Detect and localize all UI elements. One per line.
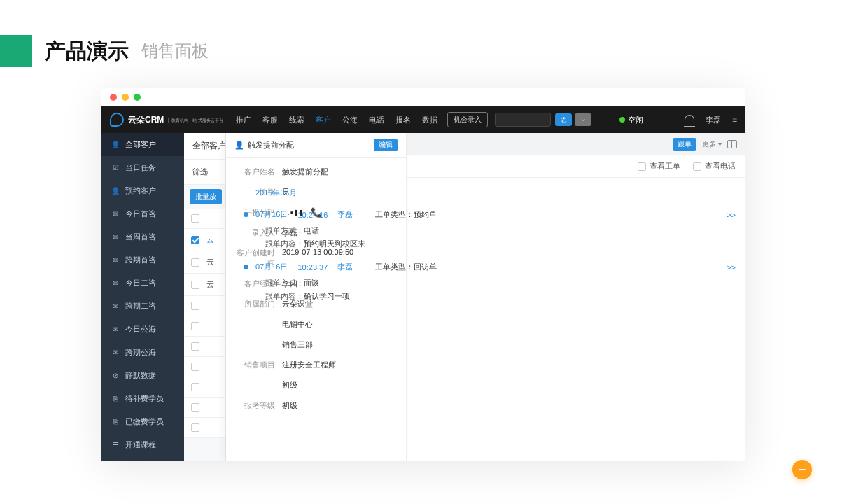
sidebar-item-paid[interactable]: ⎘已缴费学员 bbox=[102, 410, 184, 433]
expand-button[interactable]: >> bbox=[727, 211, 736, 219]
row-checkbox[interactable] bbox=[191, 322, 200, 330]
user-solid-icon: 👤 bbox=[234, 141, 244, 150]
agent-status[interactable]: 空闲 bbox=[620, 115, 643, 125]
mute-icon: ⊘ bbox=[111, 372, 120, 380]
nav-data[interactable]: 数据 bbox=[416, 106, 443, 133]
entry-time: 10:23:37 bbox=[298, 263, 328, 272]
opportunity-entry-button[interactable]: 机会录入 bbox=[447, 112, 488, 127]
batch-button[interactable]: 批量放 bbox=[190, 189, 222, 204]
list-row[interactable] bbox=[184, 337, 225, 357]
field-value: 触发提前分配 bbox=[282, 167, 398, 177]
list-row[interactable]: 云 bbox=[184, 274, 225, 296]
list-row[interactable] bbox=[184, 316, 225, 337]
checkbox-icon bbox=[638, 162, 646, 171]
minimize-window-icon[interactable] bbox=[122, 94, 129, 101]
entry-user: 李磊 bbox=[337, 262, 353, 272]
entry-time: 10:24:16 bbox=[298, 211, 328, 219]
row-checkbox[interactable] bbox=[191, 302, 200, 310]
entry-user: 李磊 bbox=[337, 209, 353, 220]
field-label: 客户姓名 bbox=[234, 167, 282, 177]
hangup-button[interactable]: ⌣ bbox=[575, 113, 592, 126]
timeline-month: 2019年07月 bbox=[243, 185, 736, 205]
timeline-entry-head: 07月16日 10:24:16 李磊 工单类型：预约单 >> bbox=[255, 209, 736, 220]
row-checkbox[interactable] bbox=[191, 363, 200, 371]
sidebar-item-cross-second[interactable]: ✉跨期二咨 bbox=[102, 295, 184, 318]
sidebar-item-today-first[interactable]: ✉今日首咨 bbox=[102, 202, 184, 225]
sidebar-item-label: 当日任务 bbox=[125, 162, 156, 173]
sidebar-item-today-second[interactable]: ✉今日二咨 bbox=[102, 272, 184, 295]
row-checkbox[interactable] bbox=[191, 342, 200, 351]
row-checkbox[interactable] bbox=[191, 383, 200, 391]
hangup-icon: ⌣ bbox=[581, 115, 586, 124]
sidebar-item-courses[interactable]: ☰开通课程 bbox=[102, 433, 184, 456]
row-text: 云 bbox=[206, 279, 214, 290]
edit-button[interactable]: 编辑 bbox=[374, 139, 398, 151]
timeline-entry[interactable]: 07月16日 10:23:37 李磊 工单类型：回访单 >> 跟单方式：面谈 跟… bbox=[243, 258, 736, 310]
mail-icon: ✉ bbox=[111, 233, 120, 241]
view-options: 查看工单 查看电话 bbox=[638, 161, 736, 172]
content-label: 跟单内容： bbox=[265, 239, 304, 248]
sidebar-item-today-pool[interactable]: ✉今日公海 bbox=[102, 318, 184, 341]
list-row[interactable]: 云 bbox=[184, 251, 225, 274]
list-row[interactable] bbox=[184, 377, 225, 398]
row-checkbox[interactable] bbox=[191, 281, 200, 289]
sidebar-item-pending-pay[interactable]: ⎘待补费学员 bbox=[102, 387, 184, 410]
close-window-icon[interactable] bbox=[110, 94, 117, 101]
floating-action-button[interactable]: − bbox=[792, 460, 812, 479]
maximize-window-icon[interactable] bbox=[134, 94, 141, 101]
list-row[interactable]: 云 bbox=[184, 229, 225, 251]
nav-pool[interactable]: 公海 bbox=[337, 106, 363, 133]
call-button[interactable]: ✆ bbox=[555, 113, 572, 126]
list-row[interactable] bbox=[184, 357, 225, 377]
sidebar-item-label: 开通课程 bbox=[125, 440, 156, 450]
sidebar-item-today-tasks[interactable]: ☑当日任务 bbox=[102, 156, 184, 179]
filter-label[interactable]: 筛选 bbox=[192, 167, 208, 176]
view-opt-label: 查看工单 bbox=[650, 161, 680, 172]
more-dropdown[interactable]: 更多 ▾ bbox=[702, 139, 722, 149]
view-calls-checkbox[interactable]: 查看电话 bbox=[693, 161, 736, 172]
mail-icon: ✉ bbox=[111, 279, 120, 288]
accent-block bbox=[0, 35, 32, 67]
sidebar-item-label: 预约客户 bbox=[125, 186, 156, 196]
page-heading: 产品演示 销售面板 bbox=[0, 0, 847, 88]
row-checkbox[interactable] bbox=[191, 236, 200, 244]
list-row[interactable] bbox=[184, 418, 225, 438]
row-checkbox[interactable] bbox=[191, 403, 200, 412]
nav-enroll[interactable]: 报名 bbox=[390, 106, 416, 133]
status-dot-icon bbox=[620, 117, 625, 122]
timeline-entry[interactable]: 07月16日 10:24:16 李磊 工单类型：预约单 >> 跟单方式：电话 跟… bbox=[243, 205, 736, 258]
nav-leads[interactable]: 线索 bbox=[284, 106, 310, 133]
current-user[interactable]: 李磊 bbox=[706, 115, 721, 125]
search-input[interactable] bbox=[495, 113, 551, 127]
method-label: 跟单方式： bbox=[265, 279, 304, 287]
row-checkbox[interactable] bbox=[191, 258, 200, 267]
field-exam-level: 报考等级初级 bbox=[234, 396, 398, 416]
sidebar-item-silent[interactable]: ⊘静默数据 bbox=[102, 364, 184, 387]
sidebar-item-all-customers[interactable]: 👤全部客户 bbox=[102, 133, 184, 156]
sidebar-item-label: 跨期二咨 bbox=[125, 301, 156, 312]
view-tickets-checkbox[interactable]: 查看工单 bbox=[638, 161, 680, 172]
select-all-checkbox[interactable] bbox=[191, 214, 200, 223]
sidebar-item-cross-pool[interactable]: ✉跨期公海 bbox=[102, 341, 184, 364]
sidebar-item-week-first[interactable]: ✉当周首咨 bbox=[102, 225, 184, 248]
notifications-icon[interactable] bbox=[685, 115, 694, 125]
page-title: 产品演示 bbox=[45, 37, 129, 66]
nav-service[interactable]: 客服 bbox=[257, 106, 284, 133]
field-value: 初级 bbox=[282, 380, 398, 391]
row-checkbox[interactable] bbox=[191, 424, 200, 432]
hamburger-icon[interactable]: ≡ bbox=[732, 115, 737, 125]
expand-button[interactable]: >> bbox=[727, 263, 736, 272]
sidebar-item-appointment[interactable]: 👤预约客户 bbox=[102, 179, 184, 202]
field-project: 销售项目注册安全工程师 bbox=[234, 355, 398, 375]
nav-promote[interactable]: 推广 bbox=[230, 106, 257, 133]
nav-phone[interactable]: 电话 bbox=[363, 106, 390, 133]
nav-customers[interactable]: 客户 bbox=[310, 106, 337, 133]
sidebar-item-cross-first[interactable]: ✉跨期首咨 bbox=[102, 248, 184, 272]
list-row[interactable]: 云 bbox=[184, 296, 225, 316]
layout-toggle-icon[interactable] bbox=[727, 140, 737, 148]
follow-button[interactable]: 跟单 bbox=[673, 138, 696, 150]
logo[interactable]: 云朵CRM 教育机构一站 式服务云平台 bbox=[110, 113, 230, 127]
list-row[interactable] bbox=[184, 398, 225, 418]
app-window: 云朵CRM 教育机构一站 式服务云平台 推广 客服 线索 客户 公海 电话 报名… bbox=[102, 88, 746, 461]
sidebar-item-orders[interactable]: ☰我的订单 bbox=[102, 456, 184, 461]
